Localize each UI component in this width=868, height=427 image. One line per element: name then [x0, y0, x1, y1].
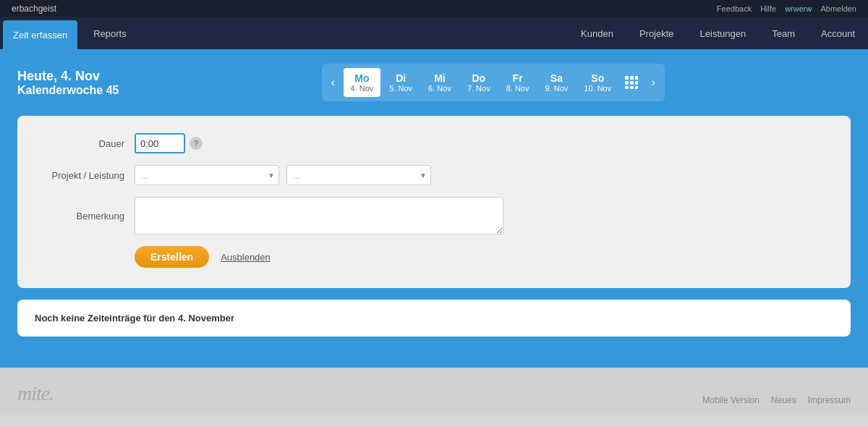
username-link[interactable]: wrwerw	[785, 4, 812, 13]
top-links: Feedback Hilfe wrwerw Abmelden	[717, 4, 856, 13]
mite-logo: mite.	[17, 382, 54, 405]
bemerkung-textarea[interactable]	[135, 197, 503, 234]
tab-team[interactable]: Team	[759, 17, 808, 49]
week-grid-button[interactable]	[620, 67, 643, 98]
feedback-link[interactable]: Feedback	[717, 4, 752, 13]
no-entries-text: Noch keine Zeiteinträge für den 4. Novem…	[35, 313, 234, 324]
footer: mite. Mobile Version Neues Impressum	[0, 368, 868, 415]
tab-projekte[interactable]: Projekte	[626, 17, 687, 49]
day-mi[interactable]: Mi 6. Nov	[421, 68, 459, 97]
prev-week-arrow[interactable]: ‹	[325, 67, 342, 98]
projekt-select-wrapper: ... ▼	[135, 165, 279, 185]
next-week-arrow[interactable]: ›	[644, 67, 662, 98]
svg-rect-8	[635, 86, 638, 89]
erstellen-button[interactable]: Erstellen	[135, 246, 209, 268]
main-content: Heute, 4. Nov Kalenderwoche 45 ‹ Mo 4. N…	[0, 49, 868, 368]
hilfe-link[interactable]: Hilfe	[760, 4, 776, 13]
dauer-input[interactable]	[135, 133, 185, 153]
date-info: Heute, 4. Nov Kalenderwoche 45	[17, 69, 119, 97]
leistung-select-wrapper: ... ▼	[286, 165, 431, 185]
form-actions: Erstellen Ausblenden	[41, 246, 827, 268]
svg-rect-2	[635, 76, 638, 80]
brand-name: erbachgeist	[12, 4, 56, 14]
tab-reports[interactable]: Reports	[80, 17, 140, 49]
help-icon[interactable]: ?	[190, 137, 203, 150]
no-entries-card: Noch keine Zeiteinträge für den 4. Novem…	[17, 300, 851, 337]
tab-leistungen[interactable]: Leistungen	[687, 17, 760, 49]
projekt-row: Projekt / Leistung ... ▼ ... ▼	[41, 165, 827, 185]
week-navigator: ‹ Mo 4. Nov Di 5. Nov Mi 6. Nov Do 7. No…	[322, 64, 665, 101]
top-bar: erbachgeist Feedback Hilfe wrwerw Abmeld…	[0, 0, 868, 17]
nav-left: Zeit erfassen Reports	[0, 17, 140, 49]
tab-account[interactable]: Account	[808, 17, 868, 49]
svg-rect-5	[635, 81, 638, 85]
leistung-select[interactable]: ...	[286, 165, 431, 185]
bemerkung-row: Bemerkung	[41, 197, 827, 234]
svg-rect-6	[625, 86, 629, 89]
navbar: Zeit erfassen Reports Kunden Projekte Le…	[0, 17, 868, 49]
day-mo[interactable]: Mo 4. Nov	[344, 68, 381, 97]
today-label: Heute, 4. Nov	[17, 69, 119, 84]
time-entry-form: Dauer ? Projekt / Leistung ... ▼ ... ▼	[17, 116, 851, 288]
svg-rect-7	[630, 86, 634, 89]
svg-rect-0	[625, 76, 629, 80]
day-sa[interactable]: Sa 9. Nov	[537, 68, 575, 97]
date-header: Heute, 4. Nov Kalenderwoche 45 ‹ Mo 4. N…	[17, 64, 851, 101]
kw-label: Kalenderwoche 45	[17, 84, 119, 97]
day-di[interactable]: Di 5. Nov	[382, 68, 420, 97]
impressum-link[interactable]: Impressum	[808, 395, 851, 405]
day-do[interactable]: Do 7. Nov	[460, 68, 498, 97]
projekt-label: Projekt / Leistung	[41, 170, 135, 181]
svg-rect-3	[625, 81, 629, 85]
dauer-label: Dauer	[41, 138, 135, 149]
dauer-row: Dauer ?	[41, 133, 827, 153]
abmelden-link[interactable]: Abmelden	[820, 4, 856, 13]
ausblenden-button[interactable]: Ausblenden	[221, 252, 271, 263]
day-fr[interactable]: Fr 8. Nov	[499, 68, 537, 97]
bemerkung-label: Bemerkung	[41, 211, 135, 221]
svg-rect-4	[630, 81, 634, 85]
mobile-version-link[interactable]: Mobile Version	[702, 395, 760, 405]
svg-rect-1	[630, 76, 634, 80]
day-so[interactable]: So 10. Nov	[576, 68, 618, 97]
tab-kunden[interactable]: Kunden	[568, 17, 626, 49]
nav-right: Kunden Projekte Leistungen Team Account	[568, 17, 868, 49]
tab-zeit-erfassen[interactable]: Zeit erfassen	[3, 20, 77, 49]
footer-links: Mobile Version Neues Impressum	[702, 395, 851, 405]
projekt-select[interactable]: ...	[135, 165, 279, 185]
neues-link[interactable]: Neues	[771, 395, 796, 405]
